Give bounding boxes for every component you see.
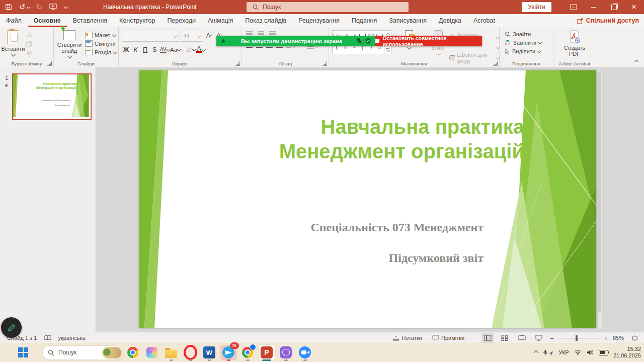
- zoom-out-button[interactable]: –: [550, 334, 553, 342]
- sign-in-button[interactable]: Увійти: [522, 2, 551, 12]
- replace-button[interactable]: bcЗамінити: [505, 40, 553, 46]
- normal-view-button[interactable]: [481, 333, 494, 343]
- tab-slideshow[interactable]: Показ слайдів: [239, 14, 292, 27]
- customize-qat-icon[interactable]: [64, 6, 67, 9]
- tab-view[interactable]: Подання: [346, 14, 383, 27]
- slide-sorter-view-button[interactable]: [499, 333, 511, 343]
- select-button[interactable]: Виділити: [505, 48, 553, 54]
- minimize-button[interactable]: [584, 0, 604, 14]
- shapes-more-icon[interactable]: [386, 48, 389, 52]
- notes-button[interactable]: Нотатки: [392, 335, 422, 341]
- underline-button[interactable]: П: [141, 45, 149, 54]
- mic-muted-icon[interactable]: [356, 38, 362, 44]
- reading-view-button[interactable]: [516, 333, 528, 343]
- tab-insert[interactable]: Вставлення: [67, 14, 113, 27]
- annotation-pen-button[interactable]: [1, 317, 22, 338]
- tab-record[interactable]: Записування: [383, 14, 433, 27]
- comments-button[interactable]: Примітки: [432, 335, 464, 341]
- save-icon[interactable]: [5, 4, 12, 11]
- zoom-taskbar-icon[interactable]: [295, 343, 314, 361]
- mic-tray-icon[interactable]: [543, 349, 553, 356]
- tab-animations[interactable]: Анімація: [202, 14, 239, 27]
- italic-button[interactable]: К: [131, 45, 140, 54]
- zoom-level[interactable]: 85%: [613, 335, 624, 341]
- slide-subtitle-line2[interactable]: Підсумковий звіт: [389, 251, 484, 265]
- slide-subtitle-line1[interactable]: Спеціальність 073 Менеджмент: [310, 221, 484, 234]
- titlebar-search[interactable]: Пошук: [247, 2, 409, 12]
- zoom-slider[interactable]: [558, 338, 599, 338]
- drawing-dialog-launcher[interactable]: [493, 61, 498, 66]
- word-taskbar-icon[interactable]: W: [200, 343, 219, 361]
- grow-font-icon[interactable]: A^: [205, 31, 213, 40]
- slide-scrollbar[interactable]: [598, 70, 602, 329]
- clipboard-dialog-launcher[interactable]: [47, 61, 52, 66]
- tray-clock[interactable]: 15:32 21.06.2025: [613, 346, 641, 359]
- tab-design[interactable]: Конструктор: [113, 14, 161, 27]
- slide-title[interactable]: Навчальна практикаМенеджмент організацій: [36, 82, 77, 90]
- slide-thumbnail[interactable]: Навчальна практикаМенеджмент організацій…: [12, 73, 92, 120]
- keyboard-language[interactable]: УКР: [558, 349, 569, 355]
- battery-icon[interactable]: [599, 350, 608, 355]
- reset-button[interactable]: Скинути: [85, 40, 116, 47]
- copilot-taskbar-icon[interactable]: [142, 343, 162, 361]
- font-dialog-launcher[interactable]: [235, 61, 240, 66]
- slide-canvas[interactable]: Навчальна практикаМенеджмент організацій…: [139, 70, 596, 328]
- undo-icon[interactable]: ↺: [19, 3, 29, 12]
- find-button[interactable]: Знайти: [505, 31, 553, 37]
- security-shield-icon[interactable]: [365, 38, 371, 44]
- character-spacing-button[interactable]: AV: [160, 45, 170, 54]
- stop-sharing-button[interactable]: Остановить совместное использование: [375, 36, 482, 46]
- new-slide-button[interactable]: Створити слайд: [54, 27, 85, 62]
- highlight-pen-icon[interactable]: [186, 45, 195, 54]
- bold-button[interactable]: Ж: [122, 45, 130, 54]
- slide-subtitle-line2[interactable]: Підсумковий звіт: [54, 105, 70, 107]
- tab-file[interactable]: Файл: [0, 14, 28, 27]
- telegram-taskbar-icon[interactable]: 70: [219, 343, 238, 361]
- annotation-arrow-icon[interactable]: [220, 38, 227, 44]
- tray-overflow-icon[interactable]: [534, 350, 539, 355]
- paste-button[interactable]: Вставити: [0, 27, 26, 62]
- zoom-in-button[interactable]: +: [604, 334, 608, 342]
- font-name-combo[interactable]: [122, 31, 179, 42]
- slide-subtitle-line1[interactable]: Спеціальність 073 Менеджмент: [42, 100, 70, 102]
- font-size-combo[interactable]: 44: [181, 31, 203, 42]
- change-case-button[interactable]: Aa: [171, 45, 180, 54]
- font-color-icon[interactable]: A: [196, 45, 205, 54]
- section-button[interactable]: Розділ: [85, 49, 116, 55]
- tab-acrobat[interactable]: Acrobat: [467, 14, 501, 27]
- start-slideshow-icon[interactable]: [49, 4, 57, 11]
- tab-transitions[interactable]: Переходи: [161, 14, 202, 27]
- create-pdf-button[interactable]: Создать PDF: [553, 27, 596, 62]
- volume-icon[interactable]: [587, 349, 594, 355]
- slideshow-view-button[interactable]: [533, 333, 545, 343]
- collapse-ribbon-icon[interactable]: [634, 60, 638, 64]
- search-highlight-image[interactable]: [102, 347, 121, 358]
- language-indicator[interactable]: українська: [58, 335, 86, 341]
- tab-home[interactable]: Основне: [28, 14, 67, 27]
- tab-help[interactable]: Довідка: [433, 14, 467, 27]
- restore-button[interactable]: [604, 0, 624, 14]
- layout-button[interactable]: Макет: [85, 32, 116, 38]
- windows-taskbar: Пошук W 70 P УКР: [0, 343, 644, 362]
- location-tray-icon[interactable]: [548, 351, 553, 356]
- chrome-taskbar-icon[interactable]: [123, 343, 142, 361]
- close-button[interactable]: ×: [624, 0, 644, 14]
- opera-taskbar-icon[interactable]: [181, 343, 200, 361]
- comments-icon: [432, 335, 439, 341]
- chrome-profile-taskbar-icon[interactable]: [238, 343, 257, 361]
- viber-taskbar-icon[interactable]: [276, 343, 295, 361]
- spell-check-icon[interactable]: [44, 335, 51, 341]
- zoom-slider-thumb[interactable]: [576, 335, 578, 341]
- paragraph-dialog-launcher[interactable]: [323, 61, 327, 66]
- powerpoint-taskbar-icon[interactable]: P: [257, 343, 276, 361]
- strikethrough-button[interactable]: S: [150, 45, 159, 54]
- start-button[interactable]: [17, 346, 29, 358]
- share-button[interactable]: Спільний доступ: [577, 14, 639, 27]
- tab-review[interactable]: Рецензування: [292, 14, 345, 27]
- wifi-icon[interactable]: [574, 349, 582, 355]
- slide-title[interactable]: Навчальна практикаМенеджмент організацій: [279, 115, 524, 164]
- ribbon-display-options-icon[interactable]: [564, 0, 584, 14]
- taskbar-search[interactable]: Пошук: [42, 345, 122, 360]
- file-explorer-taskbar-icon[interactable]: [162, 343, 181, 361]
- fit-to-window-button[interactable]: [629, 333, 641, 343]
